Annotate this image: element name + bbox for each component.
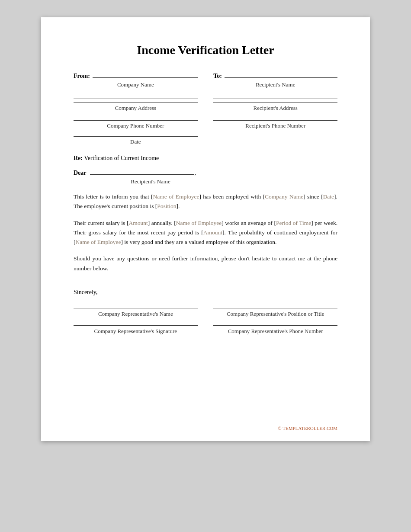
p1-end: ]. [177, 203, 180, 209]
company-phone-line [74, 120, 198, 121]
paragraph-1: This letter is to inform you that [Name … [74, 192, 337, 212]
address-section: Company Address Recipient's Address [74, 95, 337, 115]
p1-position: Position [157, 203, 176, 209]
from-to-section: From: Company Name To: Recipient's Name [74, 73, 337, 92]
dear-comma: , [195, 170, 196, 176]
paragraph-2: Their current salary is [Amount] annuall… [74, 218, 337, 247]
company-name-label: Company Name [74, 81, 198, 88]
p1-pre1: This letter is to inform you that [ [74, 193, 153, 200]
company-phone-col: Company Phone Number [74, 117, 198, 133]
rep-position-sig-line [213, 308, 337, 308]
signature-row-1: Company Representative's Name Company Re… [74, 308, 337, 317]
p2-amount2: Amount [203, 229, 222, 236]
company-address-line1 [74, 99, 198, 99]
p1-mid2: ] since [ [303, 193, 323, 200]
p1-name-employee: Name of Employee [153, 193, 199, 200]
paragraph-3: Should you have any questions or need fu… [74, 254, 337, 273]
from-line: From: [74, 73, 198, 80]
footer-credit: © TEMPLATEROLLER.COM [278, 426, 337, 431]
dear-line: Dear , [74, 170, 337, 176]
company-address-line2 [74, 103, 198, 103]
recipient-address-label: Recipient's Address [213, 105, 337, 112]
recipient-phone-line [213, 120, 337, 121]
to-column: To: Recipient's Name [213, 73, 337, 92]
p2-name-employee: Name of Employee [176, 220, 222, 226]
rep-phone-label: Company Representative's Phone Number [213, 328, 337, 335]
rep-phone-col: Company Representative's Phone Number [213, 325, 337, 335]
p2-name-employee2: Name of Employee [76, 239, 121, 245]
rep-position-label: Company Representative's Position or Tit… [213, 311, 337, 317]
p2-mid1: ] annually. [ [148, 220, 176, 226]
to-fill-line [225, 77, 337, 78]
p2-end: ] is very good and they are a valued emp… [121, 239, 276, 245]
recipient-address-line1 [213, 99, 337, 99]
p2-amount1: Amount [128, 220, 148, 226]
date-line [74, 136, 198, 137]
re-bold-label: Re: [74, 155, 83, 161]
p2-period: Period of Time [276, 220, 311, 226]
from-label: From: [74, 73, 90, 80]
rep-position-col: Company Representative's Position or Tit… [213, 308, 337, 317]
dear-label: Dear [74, 170, 87, 176]
to-label: To: [213, 73, 222, 80]
p1-mid1: ] has been employed with [ [199, 193, 265, 200]
document-page: Income Verification Letter From: Company… [41, 17, 370, 441]
company-address-col: Company Address [74, 95, 198, 115]
recipient-name-label: Recipient's Name [213, 81, 337, 88]
from-column: From: Company Name [74, 73, 198, 92]
rep-phone-sig-line [213, 325, 337, 326]
to-line: To: [213, 73, 337, 80]
p1-company-name: Company Name [265, 193, 303, 200]
recipient-phone-label: Recipient's Phone Number [213, 122, 337, 129]
rep-name-col: Company Representative's Name [74, 308, 198, 317]
rep-name-sig-line [74, 308, 198, 308]
phone-section: Company Phone Number Recipient's Phone N… [74, 117, 337, 133]
document-title: Income Verification Letter [74, 43, 337, 57]
recipient-address-line2 [213, 103, 337, 103]
recipient-address-col: Recipient's Address [213, 95, 337, 115]
rep-signature-line [74, 325, 198, 326]
dear-fill-line [90, 174, 194, 175]
rep-signature-label: Company Representative's Signature [74, 328, 198, 335]
company-phone-label: Company Phone Number [74, 122, 198, 129]
p2-pre1: Their current salary is [ [74, 220, 128, 226]
re-line: Re: Verification of Current Income [74, 155, 337, 162]
rep-signature-col: Company Representative's Signature [74, 325, 198, 335]
signature-row-2: Company Representative's Signature Compa… [74, 325, 337, 335]
p2-mid2: ] works an average of [ [222, 220, 276, 226]
company-address-label: Company Address [74, 105, 198, 112]
sincerely-text: Sincerely, [74, 289, 337, 296]
p1-date: Date [323, 193, 334, 200]
rep-name-label: Company Representative's Name [74, 311, 198, 317]
from-fill-line [93, 77, 198, 78]
date-section: Date [74, 136, 198, 145]
recipient-phone-col: Recipient's Phone Number [213, 117, 337, 133]
re-text: Verification of Current Income [83, 155, 159, 161]
date-label: Date [74, 138, 198, 145]
dear-recipient-label: Recipient's Name [99, 178, 202, 185]
